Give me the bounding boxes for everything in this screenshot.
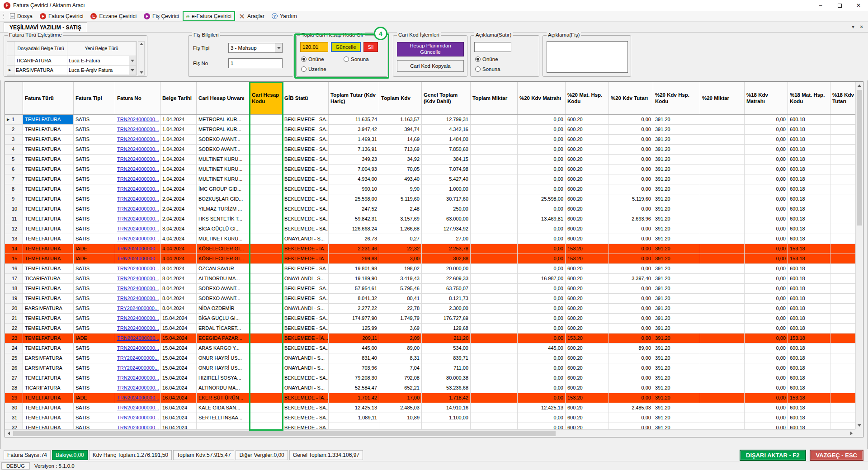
grid-cell[interactable]: 391.20 [653,164,700,174]
table-row[interactable]: 32TEMELFATURASATISTRN2024000000...16.04.… [5,423,855,429]
grid-cell[interactable]: BEKLEMEDE - SA... [283,294,329,304]
grid-cell[interactable]: ALTINORDU MA... [197,383,250,393]
grid-cell[interactable]: 0,00 [518,135,566,145]
grid-cell[interactable]: 2,09 [379,334,422,343]
column-header[interactable]: %20 Kdv Matrahı [518,82,566,114]
grid-cell[interactable]: 600.18 [788,164,830,174]
grid-cell[interactable] [250,274,283,284]
grid-cell[interactable] [250,324,283,334]
grid-cell[interactable]: 0,00 [518,383,566,393]
row-header[interactable]: 17 [5,274,23,284]
invoice-number-link[interactable]: TRN2024000000... [115,244,160,254]
grid-cell[interactable]: TEMELFATURA [23,224,74,234]
column-header[interactable]: %20 Kdv Tutarı [609,82,653,114]
grid-cell[interactable]: 0,00 [745,294,788,304]
grid-cell[interactable]: SATIS [74,343,115,353]
grid-cell[interactable]: 391.20 [653,115,700,125]
grid-cell[interactable]: 600.20 [566,353,609,363]
grid-cell[interactable] [250,343,283,353]
grid-cell[interactable]: 600.20 [566,264,609,274]
grid-cell[interactable]: 391.20 [653,214,700,224]
grid-cell[interactable] [471,413,518,423]
grid-cell[interactable]: BEKLEMEDE - İA... [283,334,329,343]
grid-cell[interactable]: BOZKUŞLAR GID... [197,194,250,204]
grid-cell[interactable] [250,224,283,234]
grid-cell[interactable]: 1.163,57 [379,115,422,125]
grid-cell[interactable]: 600.20 [566,234,609,244]
grid-cell[interactable]: 25.598,00 [329,194,379,204]
row-header[interactable]: 23 [5,334,23,343]
table-row[interactable]: 17TICARIFATURASATISTRN2024000000...8.04.… [5,274,855,284]
grid-cell[interactable]: SATIS [74,324,115,334]
grid-cell[interactable]: EARSIVFATURA [23,304,74,314]
row-header[interactable]: 24 [5,343,23,353]
invoice-number-link[interactable]: TRN2024000000... [115,343,160,353]
grid-cell[interactable]: 600.20 [566,343,609,353]
grid-cell[interactable]: BEKLEMEDE - SA... [283,155,329,164]
sonuna-radio[interactable]: Sonuna [475,66,500,72]
grid-cell[interactable]: 600.18 [788,284,830,294]
grid-cell[interactable] [830,284,855,294]
grid-cell[interactable]: 349,23 [329,155,379,164]
grid-cell[interactable]: TEMELFATURA [23,423,74,429]
grid-cell[interactable]: 0,00 [518,145,566,155]
grid-cell[interactable]: 52.584,47 [329,383,379,393]
grid-cell[interactable]: 600.20 [566,274,609,284]
grid-cell[interactable] [700,403,745,413]
invoice-number-link[interactable]: TRN2024000000... [115,413,160,423]
invoice-number-link[interactable]: TRY2024000000... [115,363,160,373]
table-row[interactable]: 12TEMELFATURASATISTRN2024000000...3.04.2… [5,224,855,234]
scroll-up-icon[interactable] [856,82,863,89]
grid-cell[interactable]: 13.469,81 [518,214,566,224]
guncelle-button[interactable]: Güncelle [331,42,361,52]
grid-cell[interactable]: SATIS [74,373,115,383]
grid-cell[interactable]: 391.20 [653,254,700,264]
grid-cell[interactable] [250,135,283,145]
grid-cell[interactable]: 8.04.2024 [160,264,197,274]
grid-cell[interactable]: SATIS [74,125,115,135]
grid-cell[interactable]: 0,00 [518,334,566,343]
grid-cell[interactable] [700,145,745,155]
grid-cell[interactable]: 839,71 [422,353,471,363]
grid-cell[interactable]: BİGA GÜÇLÜ GI... [197,314,250,324]
grid-cell[interactable]: 15.04.2024 [160,334,197,343]
grid-cell[interactable]: 2,48 [379,204,422,214]
grid-cell[interactable]: NİDA ÖZDEMİR [197,304,250,314]
grid-cell[interactable] [830,353,855,363]
grid-cell[interactable]: 0,27 [379,234,422,244]
grid-cell[interactable]: TEMELFATURA [23,164,74,174]
grid-cell[interactable]: 0,00 [745,363,788,373]
grid-cell[interactable]: 5.795,46 [379,284,422,294]
grid-cell[interactable]: ONAYLANDI - S... [283,274,329,284]
row-header[interactable]: 3 [5,135,23,145]
grid-cell[interactable]: 0,00 [609,353,653,363]
grid-cell[interactable] [700,214,745,224]
table-row[interactable]: 21TEMELFATURASATISTRN2024000000...15.04.… [5,314,855,324]
grid-cell[interactable]: 153.20 [566,244,609,254]
table-row[interactable]: 22TEMELFATURASATISTRN2024000000...15.04.… [5,324,855,334]
row-header[interactable]: 25 [5,353,23,363]
grid-cell[interactable]: BEKLEMEDE - SA... [283,423,329,429]
grid-cell[interactable]: 391.20 [653,413,700,423]
grid-cell[interactable]: BEKLEMEDE - SA... [283,264,329,274]
grid-cell[interactable] [471,234,518,244]
grid-cell[interactable]: 79.208,30 [329,373,379,383]
row-header[interactable]: 19 [5,294,23,304]
invoice-number-link[interactable]: TRN2024000000... [115,284,160,294]
cari-kod-kopyala-button[interactable]: Cari Kod Kopyala [397,60,464,72]
column-header[interactable]: GİB Statü [283,82,329,114]
table-row[interactable]: 28TICARIFATURASATISTRN2024000000...16.04… [5,383,855,393]
grid-cell[interactable]: 3.04.2024 [160,224,197,234]
grid-cell[interactable]: TEMELFATURA [23,403,74,413]
table-row[interactable]: 18TEMELFATURASATISTRN2024000000...8.04.2… [5,284,855,294]
grid-cell[interactable] [471,194,518,204]
grid-cell[interactable]: 8.04.2024 [160,294,197,304]
grid-cell[interactable]: 1.749,79 [379,314,422,324]
grid-cell[interactable]: 600.20 [566,115,609,125]
grid-cell[interactable]: 16.04.2024 [160,423,197,429]
grid-cell[interactable] [250,214,283,224]
grid-cell[interactable] [700,264,745,274]
grid-cell[interactable]: 600.18 [788,145,830,155]
grid-cell[interactable]: 1.701,42 [329,393,379,403]
grid-cell[interactable]: 89,00 [379,343,422,353]
